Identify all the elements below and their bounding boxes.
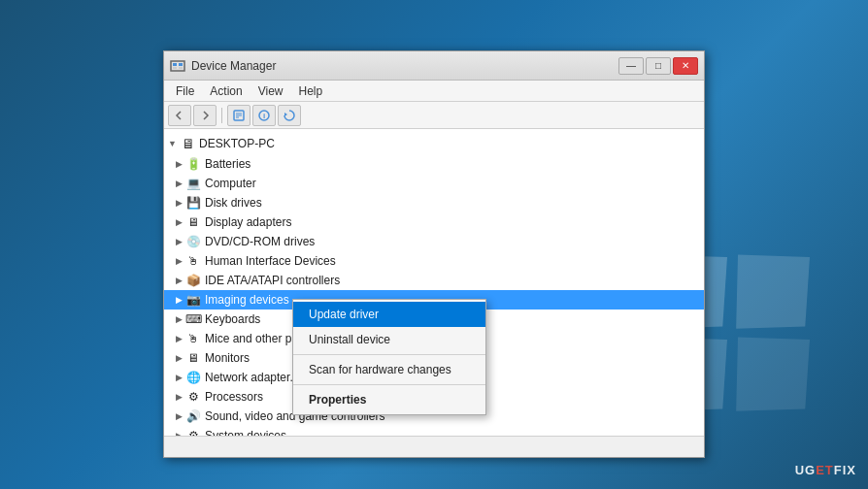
display-label: Display adapters bbox=[205, 215, 291, 229]
expand-mice: ▶ bbox=[172, 332, 185, 345]
disk-icon: 💾 bbox=[185, 195, 201, 211]
toolbar-update[interactable]: i bbox=[252, 105, 276, 126]
toolbar: i bbox=[164, 102, 704, 129]
expand-keyboards: ▶ bbox=[172, 312, 185, 326]
context-menu: Update driver Uninstall device Scan for … bbox=[292, 299, 486, 415]
network-label: Network adapter... bbox=[205, 371, 299, 384]
display-icon: 🖥 bbox=[185, 214, 201, 230]
window-title: Device Manager bbox=[191, 59, 618, 73]
tree-item-computer[interactable]: ▶ 💻 Computer bbox=[164, 174, 704, 193]
device-manager-window: Device Manager — □ ✕ File Action View He… bbox=[163, 50, 705, 458]
hid-icon: 🖱 bbox=[185, 253, 201, 269]
root-expand-icon: ▼ bbox=[168, 139, 182, 148]
menu-file[interactable]: File bbox=[168, 82, 202, 100]
expand-hid: ▶ bbox=[172, 254, 185, 268]
ide-label: IDE ATA/ATAPI controllers bbox=[205, 274, 340, 287]
tree-item-hid[interactable]: ▶ 🖱 Human Interface Devices bbox=[164, 251, 704, 271]
ctx-separator-2 bbox=[293, 384, 485, 385]
tree-item-ide[interactable]: ▶ 📦 IDE ATA/ATAPI controllers bbox=[164, 271, 704, 290]
disk-label: Disk drives bbox=[205, 196, 262, 210]
keyboards-label: Keyboards bbox=[205, 312, 260, 326]
svg-text:i: i bbox=[263, 112, 265, 120]
imaging-label: Imaging devices bbox=[205, 293, 289, 307]
expand-display: ▶ bbox=[172, 215, 185, 229]
batteries-icon: 🔋 bbox=[185, 156, 201, 172]
ctx-update-driver[interactable]: Update driver bbox=[293, 302, 485, 327]
ctx-uninstall-label: Uninstall device bbox=[309, 333, 390, 346]
menu-help[interactable]: Help bbox=[291, 82, 331, 100]
title-bar-buttons: — □ ✕ bbox=[618, 57, 698, 75]
system-label: System devices bbox=[205, 429, 286, 436]
processors-icon: ⚙ bbox=[185, 389, 201, 405]
ctx-scan-label: Scan for hardware changes bbox=[309, 363, 451, 376]
ugetfix-et: ET bbox=[816, 463, 834, 477]
imaging-icon: 📷 bbox=[185, 292, 201, 308]
expand-computer: ▶ bbox=[172, 177, 185, 190]
expand-dvd: ▶ bbox=[172, 235, 185, 248]
svg-rect-4 bbox=[179, 67, 183, 69]
expand-batteries: ▶ bbox=[172, 157, 185, 171]
close-button[interactable]: ✕ bbox=[673, 57, 698, 75]
computer-item-icon: 💻 bbox=[185, 176, 201, 191]
computer-icon: 🖥 bbox=[182, 136, 195, 151]
tree-item-dvd[interactable]: ▶ 💿 DVD/CD-ROM drives bbox=[164, 232, 704, 251]
expand-network: ▶ bbox=[172, 371, 185, 384]
ide-icon: 📦 bbox=[185, 273, 201, 288]
toolbar-back[interactable] bbox=[168, 105, 191, 126]
window-icon bbox=[170, 58, 185, 74]
expand-sound: ▶ bbox=[172, 409, 185, 423]
expand-disk: ▶ bbox=[172, 196, 185, 210]
hid-label: Human Interface Devices bbox=[205, 254, 336, 268]
expand-imaging: ▶ bbox=[172, 293, 185, 307]
menu-view[interactable]: View bbox=[250, 82, 291, 100]
tree-item-system[interactable]: ▶ ⚙ System devices bbox=[164, 426, 704, 436]
ctx-update-driver-label: Update driver bbox=[309, 308, 379, 321]
svg-rect-3 bbox=[173, 67, 177, 69]
svg-rect-2 bbox=[179, 63, 183, 66]
computer-label: Computer bbox=[205, 177, 256, 190]
title-bar: Device Manager — □ ✕ bbox=[164, 51, 704, 81]
tree-item-batteries[interactable]: ▶ 🔋 Batteries bbox=[164, 154, 704, 174]
menu-bar: File Action View Help bbox=[164, 81, 704, 102]
expand-system: ▶ bbox=[172, 429, 185, 436]
ctx-properties[interactable]: Properties bbox=[293, 387, 485, 412]
expand-ide: ▶ bbox=[172, 274, 185, 287]
toolbar-separator-1 bbox=[221, 108, 222, 123]
monitors-icon: 🖥 bbox=[185, 350, 201, 366]
svg-marker-11 bbox=[284, 113, 287, 116]
maximize-button[interactable]: □ bbox=[646, 57, 671, 75]
ctx-scan-hardware[interactable]: Scan for hardware changes bbox=[293, 357, 485, 382]
tree-item-disk[interactable]: ▶ 💾 Disk drives bbox=[164, 193, 704, 212]
mice-icon: 🖱 bbox=[185, 331, 201, 346]
dvd-label: DVD/CD-ROM drives bbox=[205, 235, 315, 248]
tree-root[interactable]: ▼ 🖥 DESKTOP-PC bbox=[164, 133, 704, 154]
ctx-separator-1 bbox=[293, 354, 485, 355]
ugetfix-ug: UG bbox=[795, 463, 817, 477]
menu-action[interactable]: Action bbox=[202, 82, 250, 100]
content-area: ▼ 🖥 DESKTOP-PC ▶ 🔋 Batteries ▶ 💻 Compute… bbox=[164, 129, 704, 436]
ugetfix-watermark: UGETFIX bbox=[795, 463, 856, 477]
batteries-label: Batteries bbox=[205, 157, 250, 171]
keyboards-icon: ⌨ bbox=[185, 311, 201, 327]
toolbar-properties[interactable] bbox=[227, 105, 250, 126]
minimize-button[interactable]: — bbox=[618, 57, 644, 75]
network-icon: 🌐 bbox=[185, 370, 201, 385]
ctx-properties-label: Properties bbox=[309, 393, 366, 407]
sound-icon: 🔊 bbox=[185, 408, 201, 424]
system-icon: ⚙ bbox=[185, 428, 201, 436]
svg-rect-1 bbox=[173, 63, 177, 66]
root-label: DESKTOP-PC bbox=[199, 137, 275, 150]
ugetfix-fix: FIX bbox=[834, 463, 856, 477]
desktop: UGETFIX Device Manager — □ ✕ bbox=[0, 0, 868, 489]
expand-monitors: ▶ bbox=[172, 351, 185, 365]
mice-label: Mice and other p... bbox=[205, 332, 301, 345]
toolbar-scan[interactable] bbox=[278, 105, 301, 126]
monitors-label: Monitors bbox=[205, 351, 250, 365]
expand-processors: ▶ bbox=[172, 390, 185, 404]
toolbar-forward[interactable] bbox=[193, 105, 217, 126]
tree-item-display[interactable]: ▶ 🖥 Display adapters bbox=[164, 212, 704, 232]
processors-label: Processors bbox=[205, 390, 263, 404]
status-bar bbox=[164, 436, 704, 457]
dvd-icon: 💿 bbox=[185, 234, 201, 249]
ctx-uninstall-device[interactable]: Uninstall device bbox=[293, 327, 485, 352]
